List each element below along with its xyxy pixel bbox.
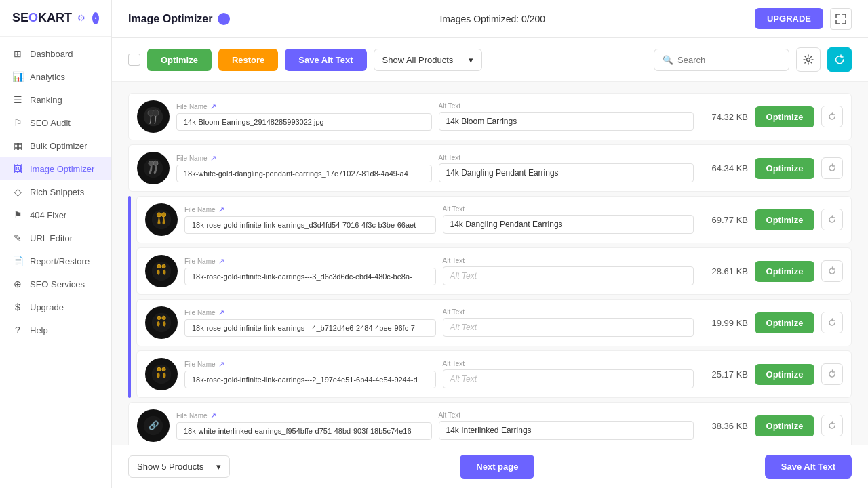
filename-block: File Name ↗ (176, 154, 432, 182)
report-restore-icon: 📄 (12, 256, 23, 266)
info-icon[interactable]: i (218, 13, 230, 25)
alt-text-input[interactable] (439, 112, 694, 131)
svg-point-22 (162, 367, 165, 371)
sidebar-item-label: SEO Audit (30, 118, 71, 128)
restore-button[interactable]: Restore (218, 49, 278, 71)
image-thumbnail (137, 100, 170, 133)
show-products-dropdown[interactable]: Show 5 Products ▾ (128, 455, 230, 478)
svg-point-13 (157, 270, 160, 274)
grouped-rows: File Name ↗ Alt Text 69.77 KB Optimize (128, 196, 852, 398)
sidebar-item-label: Help (30, 325, 48, 336)
upgrade-button[interactable]: UPGRADE (755, 8, 823, 29)
row-restore-button[interactable] (821, 209, 843, 230)
settings-icon-button[interactable] (796, 47, 821, 72)
filename-input[interactable] (184, 371, 436, 388)
svg-point-1 (144, 107, 163, 126)
row-optimize-button[interactable]: Optimize (755, 209, 814, 230)
file-size: 25.17 KB (701, 369, 748, 380)
image-thumbnail: 🔗 (137, 409, 170, 442)
sidebar-item-analytics[interactable]: 📊 Analytics (0, 65, 111, 88)
sidebar-item-url-editor[interactable]: ✎ URL Editor (0, 226, 111, 249)
filter-dropdown[interactable]: Show All Products ▾ (374, 49, 482, 71)
external-link-icon[interactable]: ↗ (218, 308, 224, 317)
row-optimize-button[interactable]: Optimize (755, 312, 814, 333)
external-link-icon[interactable]: ↗ (218, 360, 224, 369)
alt-text-input[interactable] (443, 266, 694, 285)
row-optimize-button[interactable]: Optimize (755, 261, 814, 282)
alt-text-input[interactable] (443, 369, 694, 388)
expand-icon[interactable] (830, 8, 852, 30)
show-products-label: Show 5 Products (137, 462, 203, 472)
external-link-icon[interactable]: ↗ (218, 205, 224, 214)
sidebar-item-seo-services[interactable]: ⊕ SEO Services (0, 272, 111, 296)
sidebar-item-rich-snippets[interactable]: ◇ Rich Snippets (0, 180, 111, 203)
svg-point-12 (162, 264, 165, 268)
row-restore-button[interactable] (821, 415, 843, 436)
select-all-checkbox[interactable] (128, 54, 140, 66)
table-row: File Name ↗ Alt Text 64.34 KB Optimize (128, 144, 852, 192)
next-page-button[interactable]: Next page (460, 455, 534, 479)
refresh-icon-button[interactable] (827, 47, 852, 72)
row-optimize-button[interactable]: Optimize (755, 106, 814, 127)
external-link-icon[interactable]: ↗ (218, 257, 224, 266)
sidebar-item-report-restore[interactable]: 📄 Report/Restore (0, 249, 111, 272)
row-restore-button[interactable] (821, 260, 843, 282)
sidebar-item-seo-audit[interactable]: ⚐ SEO Audit (0, 111, 111, 134)
nav-menu: ⊞ Dashboard 📊 Analytics ☰ Ranking ⚐ SEO … (0, 37, 111, 488)
alt-text-input[interactable] (439, 421, 694, 440)
search-input[interactable] (677, 55, 781, 65)
filename-input[interactable] (176, 113, 432, 131)
earring-image: 🔗 (142, 415, 164, 436)
sidebar-item-bulk-optimizer[interactable]: ▦ Bulk Optimizer (0, 134, 111, 157)
svg-point-8 (157, 213, 161, 217)
toolbar: Optimize Restore Save Alt Text Show All … (112, 38, 868, 82)
image-thumbnail (145, 203, 178, 236)
refresh-icon (834, 54, 845, 65)
sidebar-item-help[interactable]: ? Help (0, 319, 111, 342)
filename-input[interactable] (184, 268, 436, 285)
table-row: File Name ↗ Alt Text 28.61 KB Optimize (136, 247, 852, 295)
group-bracket (128, 196, 131, 398)
dashboard-icon: ⊞ (12, 48, 23, 59)
external-link-icon[interactable]: ↗ (210, 154, 216, 163)
sidebar-item-ranking[interactable]: ☰ Ranking (0, 88, 111, 111)
svg-point-21 (157, 367, 161, 371)
alt-text-label: Alt Text (443, 205, 694, 213)
file-size: 74.32 KB (701, 112, 748, 122)
external-link-icon[interactable]: ↗ (210, 102, 216, 111)
alt-text-input[interactable] (443, 318, 694, 337)
footer-save-alt-text-button[interactable]: Save Alt Text (765, 455, 852, 479)
image-thumbnail (145, 358, 178, 390)
sidebar-item-404-fixer[interactable]: ⚑ 404 Fixer (0, 203, 111, 226)
external-link-icon[interactable]: ↗ (210, 411, 216, 420)
sidebar-item-dashboard[interactable]: ⊞ Dashboard (0, 42, 111, 65)
filename-input[interactable] (176, 422, 432, 440)
image-row-4: File Name ↗ Alt Text 28.61 KB Optimize (136, 247, 852, 295)
image-row-2: File Name ↗ Alt Text 64.34 KB Optimize (128, 144, 852, 192)
search-icon: 🔍 (663, 55, 673, 65)
alt-text-input[interactable] (443, 215, 694, 234)
sidebar-item-upgrade[interactable]: $ Upgrade (0, 296, 111, 319)
row-optimize-button[interactable]: Optimize (755, 364, 814, 385)
sidebar-item-image-optimizer[interactable]: 🖼 Image Optimizer (0, 157, 111, 180)
row-optimize-button[interactable]: Optimize (755, 158, 814, 179)
svg-point-23 (157, 373, 160, 378)
save-alt-text-button[interactable]: Save Alt Text (285, 49, 366, 71)
row-restore-button[interactable] (821, 363, 843, 385)
optimize-button[interactable]: Optimize (147, 49, 212, 71)
table-row: File Name ↗ Alt Text 25.17 KB Optimize (136, 350, 852, 398)
svg-point-18 (157, 321, 160, 326)
image-row-1: File Name ↗ Alt Text 74.32 KB Optimize (128, 93, 852, 140)
earring-image (151, 209, 172, 230)
filename-input[interactable] (184, 216, 436, 234)
content-area: File Name ↗ Alt Text 74.32 KB Optimize (112, 82, 868, 445)
row-restore-button[interactable] (821, 312, 843, 333)
alt-text-label: Alt Text (443, 308, 694, 316)
gear-icon (803, 54, 814, 65)
row-optimize-button[interactable]: Optimize (755, 415, 814, 436)
alt-text-input[interactable] (439, 163, 694, 182)
filename-input[interactable] (176, 165, 432, 182)
row-restore-button[interactable] (821, 157, 843, 179)
row-restore-button[interactable] (821, 106, 843, 127)
filename-input[interactable] (184, 319, 436, 337)
